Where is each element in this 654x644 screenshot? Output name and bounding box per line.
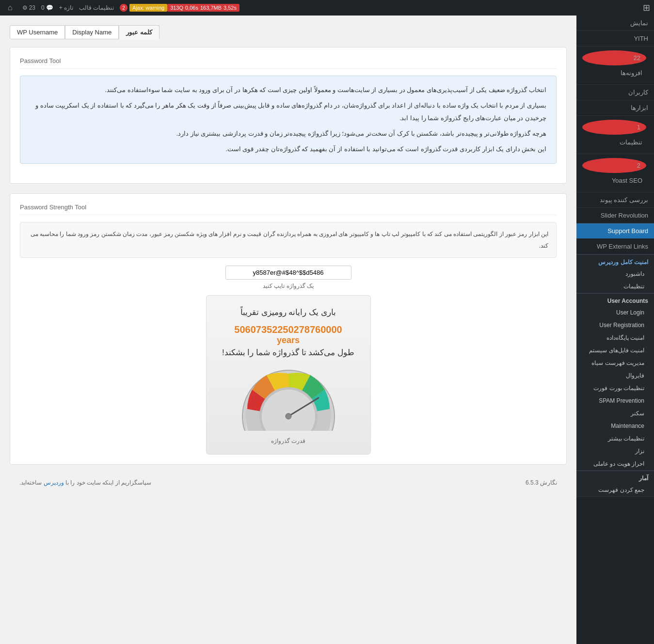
speedometer-label: قدرت گذرواژه	[216, 438, 361, 444]
sidebar-link-link-checker[interactable]: بررسی کننده پیوند	[576, 192, 654, 207]
sidebar-link-wp-external[interactable]: WP External Links	[576, 239, 654, 254]
sidebar-item-spam[interactable]: SPAM Prevention	[576, 394, 654, 407]
sidebar-item-نمایش[interactable]: نمایش	[576, 16, 654, 31]
sidebar-link-yoast[interactable]: 2 Yoast SEO	[576, 154, 654, 192]
theme-settings-item[interactable]: تنظیمات قالب	[79, 4, 114, 11]
sidebar-item-misc[interactable]: نزار	[576, 445, 654, 457]
sidebar-item-link-checker[interactable]: بررسی کننده پیوند	[576, 192, 654, 208]
sidebar-item-advanced[interactable]: تنظیمات بیشتر	[576, 432, 654, 445]
sidebar-link-plugins[interactable]: 22 افزونه‌ها	[576, 47, 654, 84]
wp-logo-icon[interactable]: ⊞	[643, 2, 650, 13]
footer-text-right: سپاسگزاریم از اینکه سایت خود را با	[65, 479, 151, 486]
info-line-4: این بخش دارای یک ابزار کاربردی قدرت گذرو…	[30, 143, 546, 156]
sidebar-item-users[interactable]: کاربران	[576, 85, 654, 100]
sidebar-item-firewall[interactable]: فایروال	[576, 369, 654, 382]
info-line-2: بسیاری از مردم با انتخاب یک واژه ساده با…	[30, 99, 546, 125]
type-hint: یک گذرواژه تایپ کنید	[20, 283, 557, 289]
stats-sub-menu: جمع کردن فهرست	[576, 484, 654, 496]
user-item[interactable]: 23 ⚙	[22, 4, 35, 11]
sidebar-link-settings[interactable]: 1 تنظیمات	[576, 116, 654, 154]
security-sub-menu: داشبورد تنظیمات	[576, 267, 654, 293]
new-label: تازه	[64, 4, 73, 11]
sidebar-item-brute-force[interactable]: تنظیمات بورت فورت	[576, 382, 654, 394]
sidebar-label-plugins: افزونه‌ها	[582, 65, 648, 80]
user-accounts-sub-menu: User Login User Registration امنیت پایگا…	[576, 306, 654, 470]
notification-item[interactable]: 2	[120, 4, 128, 12]
sidebar-item-yoast[interactable]: 2 Yoast SEO	[576, 154, 654, 192]
sidebar-item-maintenance[interactable]: Maintenance	[576, 420, 654, 432]
sidebar-link-yith[interactable]: YITH	[576, 31, 654, 46]
sidebar-item-tools[interactable]: ابزارها	[576, 100, 654, 116]
user-icon: ⚙	[22, 4, 28, 11]
sidebar: نمایش YITH 22 افزونه‌ها کاربران ابزارها …	[576, 16, 654, 644]
comments-icon: 💬	[46, 4, 53, 11]
strength-text-after: طول می‌کشد تا گذرواژه شما را بشکند!	[216, 346, 361, 361]
sidebar-item-slider[interactable]: Slider Revolution	[576, 208, 654, 223]
new-item[interactable]: تازه +	[59, 4, 73, 11]
sidebar-label-yoast: Yoast SEO	[582, 173, 648, 188]
footer-right: سپاسگزاریم از اینکه سایت خود را با وردپر…	[19, 479, 151, 486]
svg-point-5	[286, 413, 291, 419]
home-button[interactable]: ⌂	[8, 3, 13, 12]
sidebar-link-users[interactable]: کاربران	[576, 85, 654, 100]
sidebar-item-user-login[interactable]: User Login	[576, 306, 654, 319]
sidebar-link-slider[interactable]: Slider Revolution	[576, 208, 654, 223]
debug-time: 3,52s	[223, 5, 237, 11]
footer-wp-link[interactable]: وردپرس	[44, 479, 64, 486]
strength-text-before: باری یک رایانه رومیزی تقریباً	[216, 305, 361, 320]
theme-settings-label: تنظیمات قالب	[79, 4, 114, 11]
strength-years-label: years	[216, 335, 361, 346]
layout: نمایش YITH 22 افزونه‌ها کاربران ابزارها …	[0, 16, 654, 644]
sidebar-item-security-settings[interactable]: تنظیمات	[576, 280, 654, 293]
sidebar-section-security: امنیت کامل وردپرس داشبورد تنظیمات	[576, 254, 654, 293]
stats-header: آمار	[576, 471, 654, 484]
password-tool-section: Password Tool انتخاب گذرواژه ضعیف یکی از…	[10, 47, 567, 184]
footer-version: نگارش 6.5.3	[526, 479, 557, 486]
main-content: کلمه عبور Display Name WP Username Passw…	[0, 16, 576, 644]
password-input-row	[20, 266, 557, 280]
sidebar-item-scanner[interactable]: سکنر	[576, 407, 654, 420]
strength-tool-title: Password Strength Tool	[20, 204, 557, 215]
sidebar-item-plugins[interactable]: 22 افزونه‌ها	[576, 47, 654, 85]
tab-wp-username[interactable]: WP Username	[10, 25, 65, 39]
sidebar-item-user-registration[interactable]: User Registration	[576, 319, 654, 331]
sidebar-item-two-factor[interactable]: احراز هویت دو عاملی	[576, 457, 654, 470]
comments-item[interactable]: 💬 0	[41, 4, 53, 11]
strength-display: باری یک رایانه رومیزی تقریباً 5060735225…	[206, 295, 371, 455]
password-info-box: انتخاب گذرواژه ضعیف یکی از آسیب‌پذیری‌ها…	[20, 76, 557, 164]
sidebar-item-settings[interactable]: 1 تنظیمات	[576, 116, 654, 154]
footer: نگارش 6.5.3 سپاسگزاریم از اینکه سایت خود…	[10, 474, 567, 491]
sidebar-item-blacklist[interactable]: مدیریت فهرست سیاه	[576, 357, 654, 369]
sidebar-item-file-security[interactable]: امنیت فایل‌های سیستم	[576, 344, 654, 357]
sidebar-link-support[interactable]: Support Board	[576, 223, 654, 238]
debug-memory: 163,7MB	[200, 5, 222, 11]
sidebar-menu: نمایش YITH 22 افزونه‌ها کاربران ابزارها …	[576, 16, 654, 497]
strength-description: این ابزار رمز عبور از الگوریتمی استفاده …	[20, 222, 557, 258]
tab-password[interactable]: کلمه عبور	[119, 25, 160, 39]
speedometer-svg	[240, 368, 337, 431]
sidebar-item-support[interactable]: Support Board	[576, 223, 654, 239]
ajax-warning: Ajax: warning	[129, 4, 167, 12]
strength-tool-section: Password Strength Tool این ابزار رمز عبو…	[10, 193, 567, 465]
debug-sec: 0,06s	[185, 5, 198, 11]
sidebar-badge-yoast: 2	[582, 158, 646, 173]
info-line-1: انتخاب گذرواژه ضعیف یکی از آسیب‌پذیری‌ها…	[30, 84, 546, 96]
sidebar-item-yith[interactable]: YITH	[576, 31, 654, 47]
sidebar-item-db-security[interactable]: امنیت پایگاه‌داده	[576, 331, 654, 344]
sidebar-link-نمایش[interactable]: نمایش	[576, 16, 654, 31]
password-input[interactable]	[225, 266, 351, 280]
footer-text-right2: ساخته‌اید.	[19, 479, 42, 486]
info-line-3: هرچه گذرواژه طولانی‌تر و پیچیده‌تر باشد،…	[30, 127, 546, 140]
sidebar-item-wp-external[interactable]: WP External Links	[576, 239, 654, 254]
admin-bar: ⊞ 3,52s 163,7MB 0,06s 313Q Ajax: warning…	[0, 0, 654, 16]
tab-display-name[interactable]: Display Name	[65, 25, 119, 39]
sidebar-item-security-dashboard[interactable]: داشبورد	[576, 267, 654, 280]
sidebar-link-tools[interactable]: ابزارها	[576, 100, 654, 115]
sidebar-item-log[interactable]: جمع کردن فهرست	[576, 484, 654, 496]
notification-badge: 2	[120, 4, 128, 12]
speedometer-container	[240, 368, 337, 436]
sidebar-badge-plugins: 22	[582, 50, 646, 65]
tabs-bar: کلمه عبور Display Name WP Username	[10, 25, 567, 39]
debug-queries: 313Q	[170, 5, 183, 11]
strength-years-number: 50607352250278760000	[216, 324, 361, 335]
